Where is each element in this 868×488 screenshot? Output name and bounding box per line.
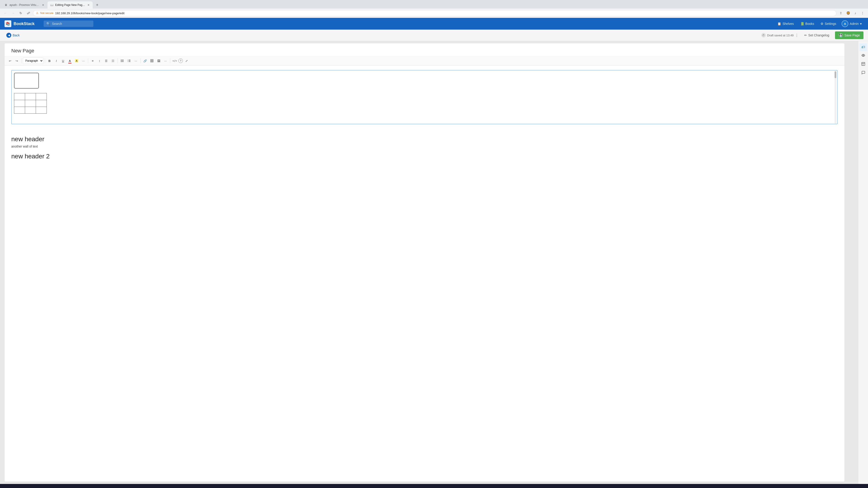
paragraph-select[interactable]: Paragraph Heading 1 Heading 2 Heading 3	[23, 58, 43, 64]
share-button[interactable]: ⇧	[838, 10, 844, 16]
svg-text:3.: 3.	[127, 61, 128, 62]
help-button[interactable]: ?	[178, 59, 183, 63]
scrollbar[interactable]	[835, 70, 836, 124]
separator-4	[118, 58, 118, 63]
draft-menu-icon[interactable]: ⋮	[795, 33, 799, 37]
fullscreen-button[interactable]: ⤢	[183, 58, 190, 64]
table-row	[14, 107, 47, 113]
text-1: another wall of text	[11, 144, 838, 148]
bold-button[interactable]: B	[46, 58, 53, 64]
text-color-button[interactable]: A	[67, 58, 73, 64]
table-cell[interactable]	[14, 93, 25, 100]
url-display: 192.168.29.106/books/new-book/page/new-p…	[55, 11, 833, 15]
more-insert-button[interactable]: ···	[162, 58, 168, 64]
books-label: Books	[805, 22, 814, 26]
settings-icon: ⚙	[820, 22, 824, 26]
sidebar-template-button[interactable]	[860, 61, 867, 68]
sidebar-comment-button[interactable]	[860, 69, 867, 77]
settings-nav[interactable]: ⚙ Settings	[818, 21, 839, 27]
separator-3	[88, 58, 88, 63]
editor-main: ↩ ↪ Paragraph Heading 1 Heading 2 Headin…	[4, 43, 844, 482]
justify-button[interactable]: ☷	[110, 58, 116, 64]
table-cell[interactable]	[36, 93, 47, 100]
tab-1-icon: 🖥	[4, 3, 8, 6]
page-title-input[interactable]	[11, 48, 838, 54]
header-2: new header 2	[11, 153, 838, 160]
table-button[interactable]	[149, 58, 155, 64]
back-button[interactable]: ◀ Back	[4, 32, 22, 39]
table-cell[interactable]	[36, 100, 47, 107]
sidebar-tag-button[interactable]: 🏷	[860, 43, 867, 51]
music-icon[interactable]: ♪	[852, 10, 859, 16]
bullet-list-button[interactable]	[119, 58, 125, 64]
table-cell[interactable]	[14, 100, 25, 107]
numbered-list-button[interactable]: 1.2.3.	[126, 58, 132, 64]
table-cell[interactable]	[25, 100, 36, 107]
table-cell[interactable]	[14, 107, 25, 113]
brave-icon[interactable]: 🦁	[845, 10, 851, 16]
table-cell[interactable]	[25, 107, 36, 113]
svg-rect-18	[862, 62, 865, 66]
right-sidebar: 🏷	[858, 41, 868, 484]
shelves-nav[interactable]: 📋 Shelves	[775, 21, 797, 27]
tab-2-label: Editing Page New Page | Books	[55, 3, 85, 6]
italic-button[interactable]: I	[53, 58, 59, 64]
user-dropdown-icon: ▾	[860, 22, 862, 26]
search-bar[interactable]: 🔍 Search	[43, 21, 93, 27]
browser-tab-1[interactable]: 🖥 ayush - Proxmox Virtual Environme... ✕	[2, 1, 47, 8]
image-button[interactable]: 🖼	[156, 58, 162, 64]
editor-content-box[interactable]	[11, 70, 838, 124]
save-page-button[interactable]: 💾 Save Page	[835, 31, 864, 39]
browser-actions: ⇧ 🦁 ♪ ⋮	[838, 10, 866, 16]
draft-icon: ⏱	[761, 33, 766, 37]
logo-text: BookStack	[13, 22, 35, 26]
more-format-button[interactable]: ···	[80, 58, 87, 64]
align-left-button[interactable]: ≡	[90, 58, 96, 64]
scrollbar-thumb[interactable]	[835, 71, 836, 78]
not-secure-icon: ⚠	[36, 11, 38, 15]
page-title-area	[4, 43, 844, 56]
svg-point-0	[121, 60, 122, 60]
editor-content-area[interactable]	[4, 66, 844, 133]
changelog-button[interactable]: ✏ Set Changelog	[801, 32, 832, 39]
back-label: Back	[13, 33, 20, 37]
content-below: new header another wall of text new head…	[4, 133, 844, 164]
browser-tab-2[interactable]: 📖 Editing Page New Page | Books ✕	[48, 1, 93, 8]
table-cell[interactable]	[36, 107, 47, 113]
address-bar[interactable]: ⚠ Not secure 192.168.29.106/books/new-bo…	[33, 10, 836, 16]
align-center-button[interactable]: ⫶	[96, 58, 103, 64]
link-button[interactable]: 🔗	[142, 58, 148, 64]
changelog-label: Set Changelog	[808, 33, 829, 37]
back-button[interactable]: ←	[2, 10, 8, 16]
more-list-button[interactable]: ···	[133, 58, 139, 64]
redo-button[interactable]: ↪	[13, 58, 20, 64]
tab-2-close[interactable]: ✕	[87, 3, 90, 7]
align-right-button[interactable]: ☰	[103, 58, 110, 64]
table-cell[interactable]	[25, 93, 36, 100]
content-table[interactable]	[14, 93, 47, 113]
tab-2-icon: 📖	[50, 3, 53, 6]
tag-icon: 🏷	[862, 45, 865, 49]
forward-button[interactable]: →	[10, 10, 16, 16]
code-button[interactable]: </>	[172, 58, 178, 64]
tab-1-close[interactable]: ✕	[42, 3, 44, 7]
svg-point-17	[863, 55, 864, 56]
new-tab-button[interactable]: +	[94, 2, 100, 8]
save-icon: 💾	[839, 33, 843, 37]
user-menu[interactable]: A Admin ▾	[840, 20, 864, 28]
editor-topbar: ◀ Back ⏱ Draft saved at 13:49 ⋮ ✏ Set Ch…	[0, 30, 868, 41]
eye-icon	[861, 53, 865, 58]
user-initial: A	[844, 22, 846, 26]
browser-tabs: 🖥 ayush - Proxmox Virtual Environme... ✕…	[0, 0, 868, 8]
bookmark-button[interactable]: ☍	[25, 10, 32, 16]
shelves-label: Shelves	[782, 22, 794, 26]
underline-button[interactable]: U	[60, 58, 66, 64]
svg-point-4	[121, 61, 122, 62]
reload-button[interactable]: ↻	[18, 10, 24, 16]
logo[interactable]: 📚 BookStack	[4, 20, 35, 27]
undo-button[interactable]: ↩	[7, 58, 13, 64]
highlight-button[interactable]: A	[73, 58, 80, 64]
books-nav[interactable]: 📗 Books	[798, 21, 817, 27]
sidebar-eye-button[interactable]	[860, 52, 867, 60]
menu-button[interactable]: ⋮	[860, 10, 866, 16]
